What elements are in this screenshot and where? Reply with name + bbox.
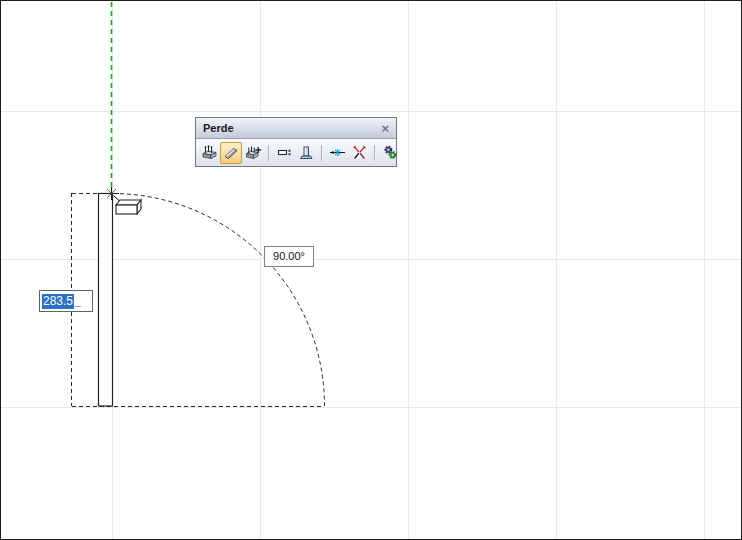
axis-intersect-button[interactable] — [326, 142, 348, 164]
length-input[interactable]: 283.5_ — [39, 290, 93, 312]
cad-drawing-canvas[interactable]: 90.00° 283.5_ Perde × — [0, 0, 742, 540]
toolbar-title: Perde — [203, 123, 380, 134]
column-icon — [298, 144, 315, 161]
drawing-layer — [1, 1, 742, 540]
shearwall-rebar-icon — [201, 144, 218, 161]
angle-arc — [113, 194, 325, 407]
shearwall-add-icon — [245, 144, 262, 161]
settings-gears-button[interactable] — [379, 142, 401, 164]
node-break-button[interactable] — [348, 142, 370, 164]
axis-intersect-icon — [329, 144, 346, 161]
length-input-value: 283.5 — [42, 294, 74, 309]
wall-offset-icon — [276, 144, 293, 161]
toolbar-separator — [374, 145, 375, 161]
shearwall-draw-icon — [223, 144, 240, 161]
perde-toolbar: Perde × — [195, 117, 397, 167]
node-break-icon — [351, 144, 368, 161]
wall-offset-button[interactable] — [273, 142, 295, 164]
shearwall-draw-button[interactable] — [220, 142, 242, 164]
toolbar-separator — [268, 145, 269, 161]
toolbar-separator — [321, 145, 322, 161]
wall-tool-cursor-icon — [116, 200, 141, 214]
settings-gears-icon — [382, 144, 399, 161]
close-icon[interactable]: × — [380, 122, 390, 135]
toolbar-buttons-row — [196, 139, 396, 166]
shearwall-add-button[interactable] — [242, 142, 264, 164]
angle-readout: 90.00° — [264, 246, 314, 267]
shearwall-rebar-button[interactable] — [198, 142, 220, 164]
text-caret: _ — [74, 294, 81, 308]
toolbar-titlebar[interactable]: Perde × — [196, 118, 396, 139]
wall-outline — [99, 194, 113, 407]
column-button[interactable] — [295, 142, 317, 164]
